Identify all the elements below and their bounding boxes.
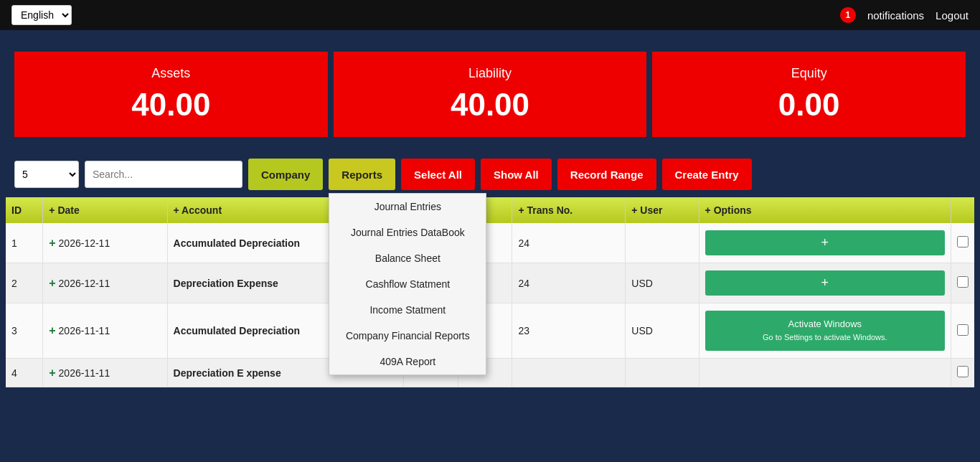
cell-id: 1 — [6, 223, 43, 263]
cell-action[interactable] — [699, 359, 951, 387]
reports-dropdown-wrapper: Reports Journal EntriesJournal Entries D… — [329, 159, 395, 190]
cell-id: 3 — [6, 303, 43, 359]
reports-menu-item[interactable]: Journal Entries DataBook — [329, 220, 486, 245]
cell-trans: 24 — [512, 223, 626, 263]
row-checkbox[interactable] — [957, 236, 969, 248]
cell-checkbox[interactable] — [951, 359, 975, 387]
cell-trans: 24 — [512, 263, 626, 303]
assets-label: Assets — [36, 66, 306, 81]
cell-id: 4 — [6, 359, 43, 387]
table-row: 1+ 2026-12-11Accumulated Depreciation01.… — [6, 223, 974, 263]
cell-user: USD — [626, 263, 699, 303]
table-row: 3+ 2026-11-11Accumulated Depreciation01.… — [6, 303, 974, 359]
cell-date: + 2026-12-11 — [43, 223, 167, 263]
per-page-select[interactable]: 5 10 25 50 100 — [14, 161, 79, 188]
cell-user — [626, 223, 699, 263]
liability-label: Liability — [355, 66, 626, 81]
cell-date: + 2026-11-11 — [43, 303, 167, 359]
reports-menu-item[interactable]: 409A Report — [329, 349, 486, 374]
expand-button[interactable]: + — [49, 367, 55, 380]
language-select[interactable]: English — [11, 5, 72, 25]
row-checkbox[interactable] — [957, 324, 969, 336]
cell-user: USD — [626, 303, 699, 359]
cell-trans — [512, 359, 626, 387]
lang-selector-wrapper: English — [11, 5, 72, 25]
show-all-button[interactable]: Show All — [481, 159, 552, 190]
cell-action[interactable]: + — [699, 223, 951, 263]
row-checkbox[interactable] — [957, 366, 969, 377]
reports-menu-item[interactable]: Journal Entries — [329, 194, 486, 220]
add-action-button[interactable]: + — [705, 270, 945, 296]
equity-label: Equity — [674, 66, 944, 81]
col-user[interactable]: + User — [626, 197, 699, 223]
table-wrapper: ID + Date + Account + Dr + Cr + Trans No… — [0, 197, 980, 387]
notifications-link[interactable]: notifications — [867, 9, 924, 22]
record-range-button[interactable]: Record Range — [557, 159, 656, 190]
cell-checkbox[interactable] — [951, 263, 975, 303]
create-entry-button[interactable]: Create Entry — [662, 159, 752, 190]
row-checkbox[interactable] — [957, 276, 969, 288]
cell-id: 2 — [6, 263, 43, 303]
cell-checkbox[interactable] — [951, 303, 975, 359]
cell-action[interactable]: Activate WindowsGo to Settings to activa… — [699, 303, 951, 359]
expand-button[interactable]: + — [49, 277, 55, 290]
company-button[interactable]: Company — [248, 159, 323, 190]
cell-checkbox[interactable] — [951, 223, 975, 263]
col-id: ID — [6, 197, 43, 223]
reports-menu-item[interactable]: Income Statment — [329, 297, 486, 323]
cell-date: + 2026-12-11 — [43, 263, 167, 303]
equity-card: Equity 0.00 — [652, 52, 966, 137]
summary-section: Assets 40.00 Liability 40.00 Equity 0.00 — [0, 30, 980, 151]
entries-table: ID + Date + Account + Dr + Cr + Trans No… — [6, 197, 974, 387]
nav-right: 1 notifications Logout — [840, 7, 969, 23]
expand-button[interactable]: + — [49, 237, 55, 250]
table-header: ID + Date + Account + Dr + Cr + Trans No… — [6, 197, 974, 223]
table-body: 1+ 2026-12-11Accumulated Depreciation01.… — [6, 223, 974, 387]
liability-card: Liability 40.00 — [334, 52, 647, 137]
toolbar: 5 10 25 50 100 Company Reports Journal E… — [0, 151, 980, 197]
reports-menu-item[interactable]: Company Financial Reports — [329, 323, 486, 349]
equity-value: 0.00 — [674, 87, 944, 123]
assets-card: Assets 40.00 — [14, 52, 328, 137]
table-row: 2+ 2026-12-11Depreciation Expense1.00024… — [6, 263, 974, 303]
assets-value: 40.00 — [36, 87, 306, 123]
cell-date: + 2026-11-11 — [43, 359, 167, 387]
cell-user — [626, 359, 699, 387]
cell-trans: 23 — [512, 303, 626, 359]
liability-value: 40.00 — [355, 87, 626, 123]
activate-windows-button[interactable]: Activate WindowsGo to Settings to activa… — [705, 311, 945, 351]
add-action-button[interactable]: + — [705, 230, 945, 255]
reports-menu-item[interactable]: Cashflow Statment — [329, 271, 486, 297]
col-options[interactable]: + Options — [699, 197, 951, 223]
reports-menu-item[interactable]: Balance Sheet — [329, 245, 486, 271]
search-input[interactable] — [85, 161, 242, 188]
topnav: English 1 notifications Logout — [0, 0, 980, 30]
cell-action[interactable]: + — [699, 263, 951, 303]
col-trans[interactable]: + Trans No. — [512, 197, 626, 223]
col-date[interactable]: + Date — [43, 197, 167, 223]
notification-badge[interactable]: 1 — [840, 7, 856, 23]
select-all-button[interactable]: Select All — [401, 159, 475, 190]
reports-dropdown-menu: Journal EntriesJournal Entries DataBookB… — [329, 193, 486, 375]
expand-button[interactable]: + — [49, 324, 55, 337]
col-checkbox — [951, 197, 975, 223]
table-row: 4+ 2026-11-11Depreciation E xpense — [6, 359, 974, 387]
logout-link[interactable]: Logout — [936, 9, 969, 22]
reports-button[interactable]: Reports — [329, 159, 395, 190]
